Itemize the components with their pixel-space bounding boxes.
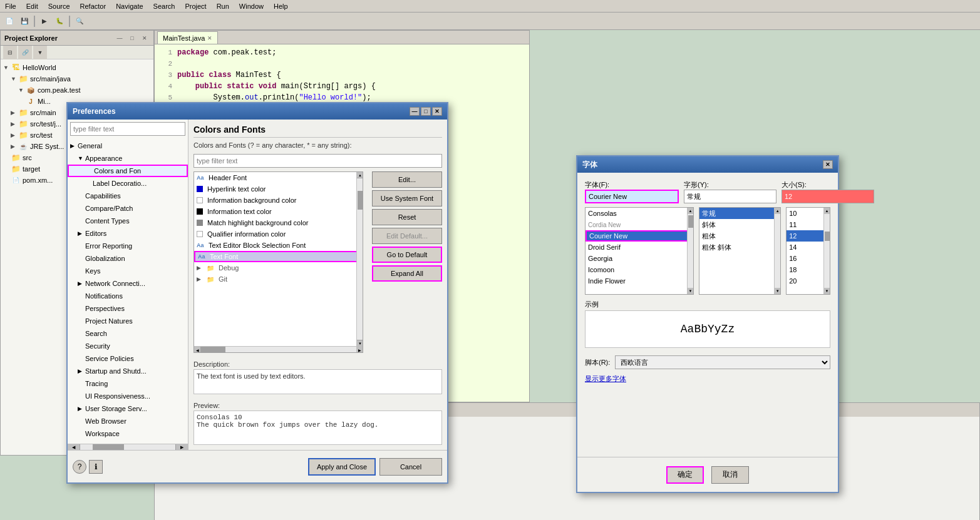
scroll-down[interactable]: ▼ xyxy=(775,288,780,294)
close-btn[interactable]: ✕ xyxy=(140,33,150,43)
prefs-tree-label-deco[interactable]: Label Decoratio... xyxy=(68,177,188,190)
more-fonts-link[interactable]: 显示更多字体 xyxy=(585,374,830,384)
font-name-input[interactable] xyxy=(585,190,679,203)
tree-item-src-main-java[interactable]: ▼ 📁 src/main/java xyxy=(1,73,153,84)
font-ok-btn[interactable]: 确定 xyxy=(666,466,704,484)
menu-project[interactable]: Project xyxy=(182,2,209,11)
prefs-tree-content-types[interactable]: Content Types xyxy=(68,215,188,227)
prefs-tree-compare[interactable]: Compare/Patch xyxy=(68,202,188,215)
scroll-right-btn[interactable]: ▶ xyxy=(175,444,188,450)
run-btn[interactable]: ▶ xyxy=(38,14,51,28)
font-list-vscroll[interactable]: ▲ ▼ xyxy=(687,208,693,294)
prefs-cancel-btn[interactable]: Cancel xyxy=(379,458,442,476)
prefs-tree-project-natures[interactable]: Project Natures xyxy=(68,315,188,327)
font-list-entry-cordia[interactable]: Cordia New xyxy=(585,219,693,230)
editor-tab-maintest[interactable]: MainTest.java ✕ xyxy=(157,31,218,44)
menu-refactor[interactable]: Refactor xyxy=(78,2,109,11)
maximize-btn[interactable]: □ xyxy=(127,33,137,43)
help-question-btn[interactable]: ? xyxy=(73,460,86,474)
font-list-item-header-font[interactable]: Aa Header Font xyxy=(194,172,363,183)
apply-and-close-btn[interactable]: Apply and Close xyxy=(308,458,376,476)
prefs-close-btn[interactable]: ✕ xyxy=(432,107,442,116)
scroll-thumb[interactable] xyxy=(688,215,693,228)
tree-item-package[interactable]: ▼ 📦 com.peak.test xyxy=(1,84,153,96)
menu-navigate[interactable]: Navigate xyxy=(113,2,145,11)
prefs-tree-workspace[interactable]: Workspace xyxy=(68,427,188,440)
prefs-search-input[interactable] xyxy=(70,122,185,136)
edit-btn[interactable]: Edit... xyxy=(372,171,442,188)
prefs-tree-perspectives[interactable]: Perspectives xyxy=(68,302,188,315)
scroll-up-btn[interactable]: ▲ xyxy=(357,172,363,178)
font-list-entry-icomoon[interactable]: Icomoon xyxy=(585,264,693,275)
go-to-default-btn[interactable]: Go to Default xyxy=(372,247,442,263)
minimize-btn[interactable]: — xyxy=(115,33,125,43)
style-entry-bold[interactable]: 粗体 xyxy=(699,230,780,242)
size-list-vscroll[interactable]: ▲ ▼ xyxy=(823,208,830,294)
font-list-entry-georgia[interactable]: Georgia xyxy=(585,253,693,264)
view-menu-btn[interactable]: ▼ xyxy=(33,46,47,59)
tree-item-helloworld[interactable]: ▼ 🏗 HelloWorld xyxy=(1,62,153,73)
prefs-tree-notifications[interactable]: Notifications xyxy=(68,290,188,302)
prefs-tree-capabilities[interactable]: Capabilities xyxy=(68,190,188,202)
prefs-tree-colors-fonts[interactable]: Colors and Fon xyxy=(68,165,188,177)
font-list-item-git[interactable]: ▶ 📁 Git xyxy=(194,273,363,285)
reset-btn[interactable]: Reset xyxy=(372,209,442,225)
font-dialog-close-btn[interactable]: ✕ xyxy=(823,160,833,169)
prefs-tree-search[interactable]: Search xyxy=(68,327,188,340)
scroll-left-btn[interactable]: ◀ xyxy=(194,347,200,353)
menu-window[interactable]: Window xyxy=(237,2,266,11)
expand-all-btn[interactable]: Expand All xyxy=(372,265,442,282)
menu-source[interactable]: Source xyxy=(46,2,73,11)
prefs-tree-network[interactable]: ▶ Network Connecti... xyxy=(68,277,188,290)
font-list-entry-courier-new[interactable]: Courier New xyxy=(585,230,693,242)
prefs-nav-hscroll[interactable]: ◀ ▶ xyxy=(68,444,188,450)
prefs-minimize-btn[interactable]: — xyxy=(410,107,420,116)
scroll-thumb[interactable] xyxy=(200,347,225,353)
scroll-down-btn[interactable]: ▼ xyxy=(357,340,363,346)
prefs-tree-ui-responsive[interactable]: UI Responsiveness... xyxy=(68,390,188,402)
menu-file[interactable]: File xyxy=(3,2,19,11)
scroll-up[interactable]: ▲ xyxy=(775,208,780,214)
menu-edit[interactable]: Edit xyxy=(24,2,41,11)
style-list-vscroll[interactable]: ▲ ▼ xyxy=(774,208,780,294)
prefs-filter-input[interactable] xyxy=(193,154,442,168)
font-list-entry-droid[interactable]: Droid Serif xyxy=(585,242,693,253)
prefs-tree-security[interactable]: Security xyxy=(68,340,188,352)
font-list-entry-consolas[interactable]: Consolas xyxy=(585,208,693,219)
save-btn[interactable]: 💾 xyxy=(18,14,31,28)
search-btn[interactable]: 🔍 xyxy=(73,14,86,28)
scroll-left-btn[interactable]: ◀ xyxy=(68,444,80,450)
menu-search[interactable]: Search xyxy=(151,2,178,11)
debug-btn[interactable]: 🐛 xyxy=(53,14,66,28)
style-entry-bold-italic[interactable]: 粗体 斜体 xyxy=(699,242,780,253)
font-size-input[interactable] xyxy=(781,190,874,203)
prefs-tree-tracing[interactable]: Tracing xyxy=(68,377,188,390)
collapse-all-btn[interactable]: ⊟ xyxy=(3,46,17,59)
font-cancel-btn[interactable]: 取消 xyxy=(711,466,749,484)
prefs-tree-appearance[interactable]: ▼ Appearance xyxy=(68,152,188,165)
scroll-thumb[interactable] xyxy=(93,444,124,450)
font-list-item-info-text[interactable]: Information text color xyxy=(194,206,363,217)
scroll-down[interactable]: ▼ xyxy=(824,288,830,294)
new-btn[interactable]: 📄 xyxy=(3,14,16,28)
font-list-item-info-bg[interactable]: Information background color xyxy=(194,195,363,206)
scroll-thumb[interactable] xyxy=(825,232,830,241)
font-style-input[interactable] xyxy=(684,190,776,203)
list-hscroll[interactable]: ◀ ▶ xyxy=(194,346,363,352)
font-list-item-editor-block[interactable]: Aa Text Editor Block Selection Font xyxy=(194,240,363,251)
prefs-tree-web-browser[interactable]: Web Browser xyxy=(68,415,188,427)
menu-help[interactable]: Help xyxy=(271,2,291,11)
menu-run[interactable]: Run xyxy=(214,2,232,11)
tab-close-icon[interactable]: ✕ xyxy=(207,35,212,41)
style-entry-normal[interactable]: 常规 xyxy=(699,208,780,219)
prefs-tree-service-policies[interactable]: Service Policies xyxy=(68,352,188,365)
font-list-entry-indie-flower[interactable]: Indie Flower xyxy=(585,275,693,287)
link-btn[interactable]: 🔗 xyxy=(18,46,32,59)
prefs-tree-error-reporting[interactable]: Error Reporting xyxy=(68,240,188,252)
scroll-up[interactable]: ▲ xyxy=(688,208,693,214)
scroll-down[interactable]: ▼ xyxy=(688,288,693,294)
prefs-tree-globalization[interactable]: Globalization xyxy=(68,252,188,265)
prefs-maximize-btn[interactable]: □ xyxy=(421,107,431,116)
use-system-font-btn[interactable]: Use System Font xyxy=(372,190,442,206)
prefs-tree-keys[interactable]: Keys xyxy=(68,265,188,277)
